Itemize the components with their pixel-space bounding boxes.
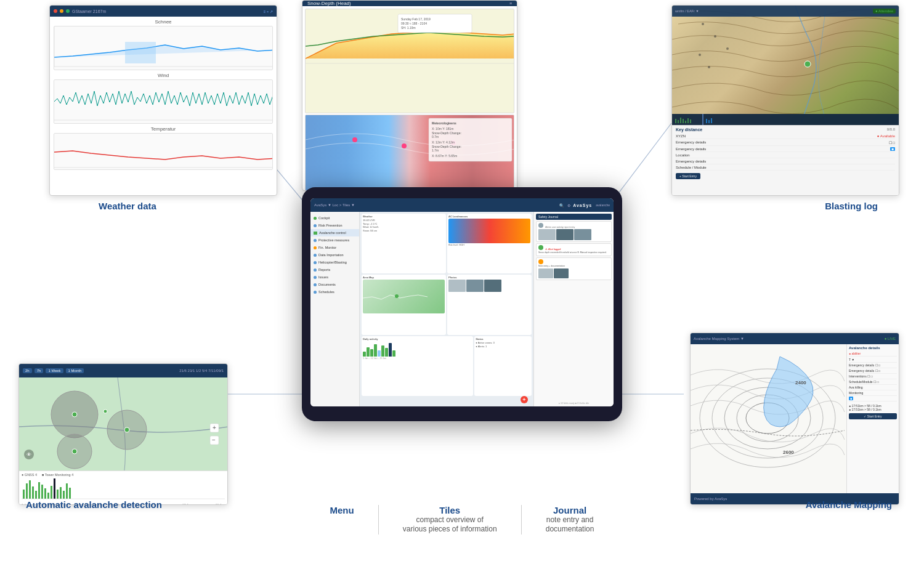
blasting-map-svg: [672, 6, 899, 125]
mapping-label: Avalanche Mapping: [806, 499, 892, 510]
avalanche-map-svg: 👁 + −: [19, 377, 227, 470]
bar-7: [385, 348, 388, 357]
avalanche-map: 👁 + −: [19, 377, 227, 470]
menu-item-helicopter[interactable]: Helicopter/Blasting: [310, 259, 359, 266]
weather-panel-controls: ≡ × ↗: [264, 9, 273, 14]
svg-rect-65: [32, 486, 34, 499]
aval-btn-7h[interactable]: 7h: [34, 368, 44, 373]
fab-button[interactable]: +: [521, 396, 528, 403]
svg-rect-47: [711, 118, 712, 123]
journal-label-sub: note entry anddocumentation: [546, 515, 594, 535]
aval-btn-2h[interactable]: 2h: [23, 368, 32, 373]
bar-9: [392, 350, 395, 357]
svg-rect-68: [41, 485, 43, 499]
menu-item-risk[interactable]: Risk Prevention: [310, 222, 359, 229]
menu-dot-docs: [314, 283, 317, 286]
mapping-detail-8: Monitoring: [849, 390, 897, 396]
mapping-save-button[interactable]: ✓ Start Entry: [849, 413, 897, 419]
menu-item-data-import[interactable]: Data Importation: [310, 251, 359, 259]
svg-marker-5: [54, 45, 272, 57]
snow-panel-header: Snow-Depth (Head) ≡: [302, 1, 517, 6]
blast-entry-button[interactable]: + Start Entry: [676, 173, 700, 179]
avalanche-detection-label: Automatic avalanche detection: [26, 499, 162, 510]
svg-point-54: [72, 449, 77, 454]
menu-item-protective[interactable]: Protective measures: [310, 236, 359, 244]
menu-dot-heli: [314, 261, 317, 264]
mapping-map-svg: 2400 2600: [691, 344, 846, 493]
weather-section-wind: Wind: [54, 73, 273, 124]
journal-footer-text: ● 10 fields ready ■ 15 fields title: [536, 402, 612, 405]
tile-row-1: Weather 16:42 LIVE Temp: -2.1°C Wind: 12…: [362, 214, 532, 273]
svg-text:Sunday Feb 17, 2019: Sunday Feb 17, 2019: [401, 17, 431, 21]
menu-item-cockpit[interactable]: Cockpit: [310, 214, 359, 222]
journal-header: Safety Journal: [536, 214, 612, 220]
svg-rect-69: [44, 488, 46, 499]
menu-item-schedules[interactable]: Schedules: [310, 288, 359, 296]
tablet-subtitle: avalanche: [596, 203, 610, 207]
svg-rect-74: [60, 487, 62, 499]
svg-point-18: [352, 137, 357, 142]
svg-rect-37: [675, 119, 676, 123]
snow-chart: [54, 26, 273, 70]
blasting-row-2: Emergency details☐ □: [676, 140, 895, 146]
svg-rect-70: [47, 493, 49, 499]
svg-rect-64: [29, 480, 31, 499]
mapping-detail-3: Emergency details ☐ □: [849, 363, 897, 368]
bar-3: [370, 349, 373, 357]
menu-item-reports[interactable]: Reports: [310, 266, 359, 273]
snow-chart-svg: [54, 26, 272, 70]
menu-item-fin-monitor[interactable]: Fin. Monitor: [310, 244, 359, 251]
svg-rect-45: [706, 119, 707, 123]
weather-section-snow: Schnee: [54, 19, 273, 70]
mapping-coord-2: ● 17:51km > 58 / 0.1km: [849, 408, 897, 411]
blasting-row-3: Emergency details■: [676, 147, 895, 152]
menu-item-avalanche[interactable]: Avalanche control: [310, 229, 359, 236]
tablet-settings[interactable]: ⚙: [567, 203, 570, 208]
svg-text:SH: 1.19m: SH: 1.19m: [401, 26, 416, 30]
snow-panel-title: Snow-Depth (Head): [307, 1, 351, 6]
journal-entry-1: Admin user activity report entry: [536, 221, 612, 242]
menu-item-issues[interactable]: Issues: [310, 273, 359, 281]
svg-text:X: 8.67m  Y: 5.65m: X: 8.67m Y: 5.65m: [432, 154, 457, 158]
svg-marker-11: [306, 31, 514, 58]
svg-point-34: [699, 54, 701, 56]
journal-avatar-1: [538, 223, 543, 228]
mapping-body: 2400 2600 Avalanche details ● abiliter T…: [691, 344, 899, 493]
aval-date-range: 21/6 23/1 1/2 5/4 7/11/09/1: [179, 369, 224, 373]
svg-text:−: −: [212, 437, 216, 443]
avalanche-inner: 2h 7h 1 Week 1 Month 21/6 23/1 1/2 5/4 7…: [19, 364, 227, 504]
avalanche-header: 2h 7h 1 Week 1 Month 21/6 23/1 1/2 5/4 7…: [19, 364, 227, 377]
aval-btn-1week[interactable]: 1 Week: [46, 368, 63, 373]
menu-dot-avalanche: [314, 232, 317, 235]
close-dot: [54, 9, 57, 13]
menu-item-documents[interactable]: Documents: [310, 281, 359, 288]
tablet-header: AvaSys ▼ Loc > Tiles ▼ 🔍 ⚙ AvaSys avalan…: [310, 198, 614, 212]
svg-rect-43: [690, 119, 691, 123]
tile-weather-stats: Weather 16:42 LIVE Temp: -2.1°C Wind: 12…: [362, 214, 446, 273]
mapping-panel: Avalanche Mapping System ▼ ● LIVE: [690, 333, 899, 505]
weather-panel-content: Schnee Wind: [50, 17, 277, 175]
aval-btn-1month[interactable]: 1 Month: [66, 368, 84, 373]
svg-point-55: [103, 410, 107, 413]
svg-rect-6: [125, 42, 156, 63]
avalanche-legend: ● GNSS 4 ■ Tower Monitoring 4: [22, 473, 225, 477]
maximize-dot: [66, 9, 70, 13]
tablet-journal: Safety Journal Admin user activity repor…: [533, 212, 614, 406]
journal-img-3: [574, 229, 591, 240]
tablet-search[interactable]: 🔍: [559, 203, 564, 208]
fab-container: +: [362, 397, 532, 405]
mapping-status: ● LIVE: [885, 337, 896, 341]
svg-point-35: [708, 66, 710, 68]
journal-entry-2: ⚠ Alert logged Snow depth exceeded thres…: [536, 243, 612, 256]
svg-text:+: +: [213, 424, 216, 431]
svg-rect-40: [683, 119, 684, 123]
svg-text:X: 12m  Y: 4.12m: X: 12m Y: 4.12m: [432, 140, 455, 144]
tablet-screen: AvaSys ▼ Loc > Tiles ▼ 🔍 ⚙ AvaSys avalan…: [310, 198, 614, 406]
photo-2: [466, 280, 484, 292]
blasting-row-4: Location: [676, 153, 895, 158]
svg-point-31: [702, 23, 704, 25]
blasting-row-6: Schedule / Module: [676, 166, 895, 171]
svg-rect-41: [685, 121, 686, 123]
menu-dot-sched: [314, 291, 317, 294]
menu-dot-issues: [314, 276, 317, 279]
